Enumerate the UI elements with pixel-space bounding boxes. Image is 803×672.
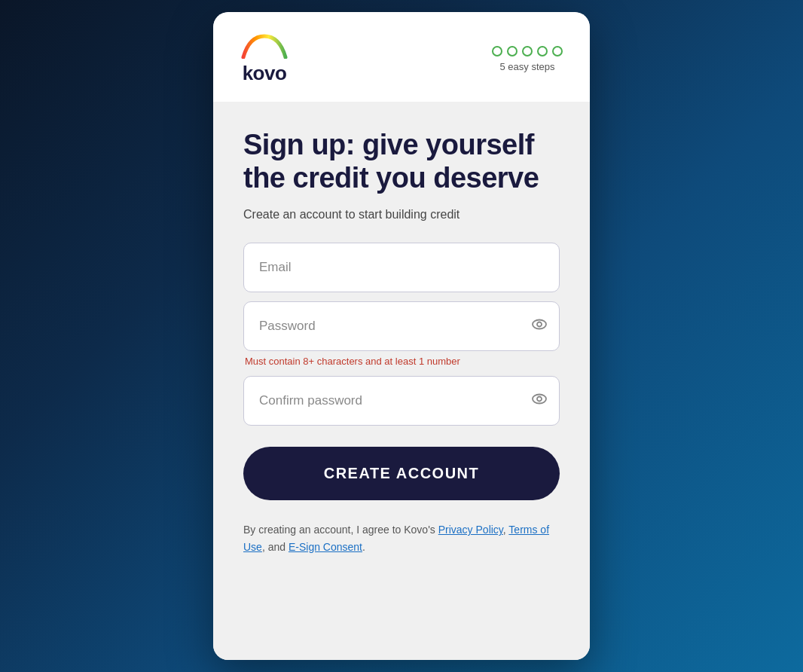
confirm-password-input[interactable] (243, 376, 560, 426)
password-input[interactable] (243, 301, 560, 351)
email-wrapper (243, 243, 560, 292)
step-dot-5 (552, 46, 563, 57)
step-dot-4 (537, 46, 548, 57)
steps-dots (492, 46, 563, 57)
confirm-password-toggle-icon[interactable] (531, 391, 548, 411)
page-headline: Sign up: give yourself the credit you de… (243, 129, 560, 194)
card-header: kovo 5 easy steps (213, 12, 590, 102)
logo-container: kovo (240, 33, 289, 85)
password-hint: Must contain 8+ characters and at least … (243, 356, 560, 367)
svg-point-3 (537, 397, 542, 402)
legal-text: By creating an account, I agree to Kovo'… (243, 521, 560, 555)
svg-point-2 (533, 395, 546, 404)
signup-card: kovo 5 easy steps Sign up: give yourself… (213, 12, 590, 660)
steps-container: 5 easy steps (492, 46, 563, 72)
logo-text: kovo (243, 62, 287, 85)
step-dot-2 (507, 46, 518, 57)
page-subtitle: Create an account to start building cred… (243, 208, 560, 221)
confirm-password-wrapper (243, 376, 560, 426)
logo-arc (240, 33, 289, 59)
email-input[interactable] (243, 243, 560, 292)
create-account-button[interactable]: CREATE ACCOUNT (243, 447, 560, 500)
password-toggle-icon[interactable] (531, 316, 548, 337)
steps-label: 5 easy steps (500, 61, 555, 72)
password-wrapper (243, 301, 560, 351)
card-body: Sign up: give yourself the credit you de… (213, 102, 590, 660)
svg-point-0 (533, 320, 546, 329)
esign-consent-link[interactable]: E-Sign Consent (289, 541, 362, 553)
step-dot-3 (522, 46, 533, 57)
step-dot-1 (492, 46, 502, 57)
privacy-policy-link[interactable]: Privacy Policy (438, 524, 503, 536)
svg-point-1 (537, 322, 542, 327)
legal-suffix: . (362, 541, 365, 553)
legal-prefix: By creating an account, I agree to Kovo'… (243, 524, 438, 536)
legal-and: , and (262, 541, 289, 553)
